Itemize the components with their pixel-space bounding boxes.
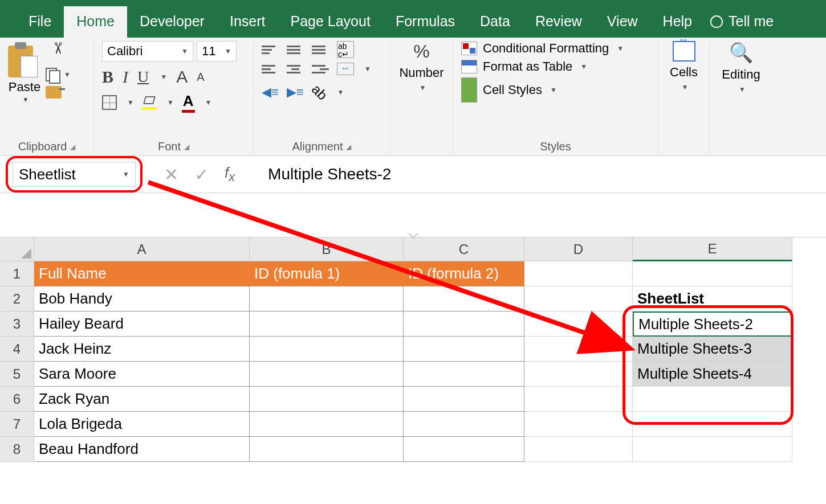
select-all-corner[interactable]	[0, 237, 34, 261]
tab-developer[interactable]: Developer	[127, 6, 217, 38]
format-painter-icon[interactable]	[46, 86, 62, 99]
underline-dropdown[interactable]: ▼	[160, 73, 167, 81]
fill-color-button[interactable]	[142, 96, 157, 109]
tab-help[interactable]: Help	[650, 6, 705, 38]
font-color-button[interactable]: A	[182, 92, 195, 113]
cells-dropdown[interactable]: ▼	[682, 83, 689, 91]
merge-dropdown[interactable]: ▼	[364, 65, 371, 73]
tab-data[interactable]: Data	[467, 6, 523, 38]
cell-c6[interactable]	[404, 387, 524, 412]
orientation-icon[interactable]: ab	[308, 81, 331, 104]
fill-dropdown[interactable]: ▼	[167, 99, 174, 106]
font-name-select[interactable]: Calibri▼	[102, 41, 193, 62]
alignment-dialog-launcher[interactable]: ◢	[346, 143, 351, 151]
italic-button[interactable]: I	[123, 67, 128, 87]
tab-file[interactable]: File	[16, 6, 64, 38]
wrap-text-button[interactable]: abc↵	[337, 41, 354, 58]
col-header-c[interactable]: C	[404, 237, 524, 261]
bold-button[interactable]: B	[102, 67, 113, 87]
cell-d6[interactable]	[524, 387, 633, 412]
cell-b6[interactable]	[250, 387, 404, 412]
cell-e7[interactable]	[633, 412, 792, 437]
enter-icon[interactable]: ✓	[194, 165, 209, 185]
cell-a6[interactable]: Zack Ryan	[34, 387, 250, 412]
align-top-icon[interactable]	[262, 46, 279, 54]
cell-a3[interactable]: Hailey Beard	[34, 312, 250, 337]
cells-button[interactable]: Cells	[670, 65, 698, 80]
cell-c4[interactable]	[404, 337, 524, 362]
row-header-7[interactable]: 7	[0, 412, 34, 437]
formula-bar-expand[interactable]	[0, 193, 826, 237]
editing-button[interactable]: Editing	[722, 67, 760, 82]
cell-a4[interactable]: Jack Heinz	[34, 337, 250, 362]
cell-d2[interactable]	[524, 286, 633, 312]
merge-center-button[interactable]	[337, 63, 354, 75]
col-header-b[interactable]: B	[250, 237, 404, 261]
find-icon[interactable]: 🔍	[729, 41, 753, 64]
cell-e1[interactable]	[633, 261, 792, 286]
paste-dropdown[interactable]: ▼	[22, 96, 29, 104]
cell-e4[interactable]: Multiple Sheets-3	[633, 337, 792, 362]
percent-icon[interactable]: %	[413, 41, 429, 62]
tab-view[interactable]: View	[595, 6, 650, 38]
cell-d8[interactable]	[524, 437, 633, 462]
align-middle-icon[interactable]	[287, 46, 304, 54]
row-header-2[interactable]: 2	[0, 286, 34, 312]
row-header-1[interactable]: 1	[0, 261, 34, 286]
cell-b2[interactable]	[250, 286, 404, 312]
paste-label[interactable]: Paste	[9, 80, 40, 95]
align-right-icon[interactable]	[312, 65, 329, 73]
row-header-5[interactable]: 5	[0, 362, 34, 387]
borders-button[interactable]	[102, 95, 117, 110]
cell-c2[interactable]	[404, 286, 524, 312]
row-header-8[interactable]: 8	[0, 437, 34, 462]
cancel-icon[interactable]: ✕	[164, 165, 178, 185]
fx-icon[interactable]: fx	[225, 164, 235, 185]
copy-dropdown[interactable]: ▼	[64, 71, 71, 79]
decrease-indent-icon[interactable]: ◀≡	[262, 85, 279, 100]
increase-font-icon[interactable]: A	[176, 67, 188, 87]
cell-e3[interactable]: Multiple Sheets-2	[633, 312, 792, 337]
row-header-3[interactable]: 3	[0, 312, 34, 337]
cell-e8[interactable]	[633, 437, 792, 462]
cell-b5[interactable]	[250, 362, 404, 387]
cell-d5[interactable]	[524, 362, 633, 387]
cells-icon[interactable]	[673, 41, 695, 62]
increase-indent-icon[interactable]: ▶≡	[287, 85, 304, 100]
cell-a8[interactable]: Beau Handford	[34, 437, 250, 462]
name-box-dropdown[interactable]: ▼	[123, 170, 129, 178]
tell-me[interactable]: Tell me	[705, 13, 785, 38]
copy-icon[interactable]	[46, 68, 59, 81]
cell-d4[interactable]	[524, 337, 633, 362]
cell-c3[interactable]	[404, 312, 524, 337]
cell-c1[interactable]: ID (formula 2)	[404, 261, 524, 286]
font-size-select[interactable]: 11▼	[197, 41, 237, 62]
cell-a7[interactable]: Lola Brigeda	[34, 412, 250, 437]
cell-b7[interactable]	[250, 412, 404, 437]
cell-b3[interactable]	[250, 312, 404, 337]
cell-e5[interactable]: Multiple Sheets-4	[633, 362, 792, 387]
cell-b4[interactable]	[250, 337, 404, 362]
align-bottom-icon[interactable]	[312, 46, 329, 54]
underline-button[interactable]: U	[137, 68, 149, 86]
row-header-6[interactable]: 6	[0, 387, 34, 412]
cell-d1[interactable]	[524, 261, 633, 286]
cell-a5[interactable]: Sara Moore	[34, 362, 250, 387]
formula-content[interactable]: Multiple Sheets-2	[268, 165, 391, 183]
cell-d7[interactable]	[524, 412, 633, 437]
cell-e2[interactable]: SheetList	[633, 286, 792, 312]
cell-styles-button[interactable]: Cell Styles▼	[461, 77, 650, 103]
cell-c5[interactable]	[404, 362, 524, 387]
cell-b8[interactable]	[250, 437, 404, 462]
cell-b1[interactable]: ID (fomula 1)	[250, 261, 404, 286]
cell-a2[interactable]: Bob Handy	[34, 286, 250, 312]
editing-dropdown[interactable]: ▼	[739, 85, 746, 93]
row-header-4[interactable]: 4	[0, 337, 34, 362]
decrease-font-icon[interactable]: A	[197, 71, 204, 84]
cell-a1[interactable]: Full Name	[34, 261, 250, 286]
number-dropdown[interactable]: ▼	[420, 84, 426, 92]
tab-review[interactable]: Review	[523, 6, 595, 38]
format-as-table-button[interactable]: Format as Table▼	[461, 59, 650, 74]
font-color-dropdown[interactable]: ▼	[205, 99, 212, 106]
tab-home[interactable]: Home	[64, 6, 127, 38]
